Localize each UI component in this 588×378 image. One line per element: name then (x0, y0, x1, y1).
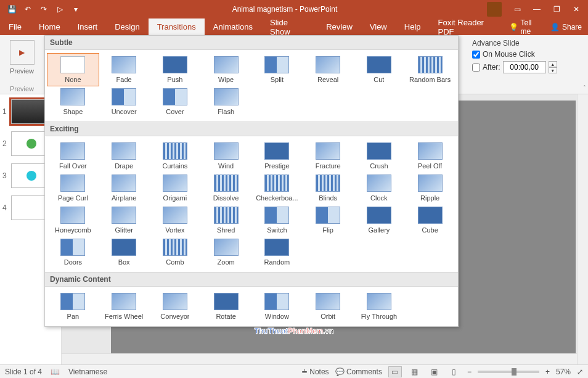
transition-curtains[interactable]: Curtains (150, 140, 201, 172)
transition-origami[interactable]: Origami (150, 172, 201, 204)
qat-customize-button[interactable]: ▾ (69, 2, 83, 16)
fit-to-window-button[interactable]: ⤢ (577, 368, 583, 376)
transition-none[interactable]: None (47, 54, 99, 86)
restore-button[interactable]: ❐ (547, 1, 566, 18)
transition-switch[interactable]: Switch (251, 204, 303, 236)
after-checkbox[interactable] (472, 64, 480, 72)
tab-animations[interactable]: Animations (205, 18, 261, 35)
thumb-number: 1 (2, 107, 9, 116)
on-mouse-click-checkbox[interactable] (472, 51, 480, 59)
transition-conveyor[interactable]: Conveyor (150, 290, 201, 323)
transition-vortex[interactable]: Vortex (150, 204, 201, 236)
transition-random-bars[interactable]: Random Bars (404, 54, 455, 86)
comments-button[interactable]: 💬 Comments (335, 368, 382, 376)
user-avatar[interactable] (487, 2, 502, 17)
zoom-slider[interactable] (478, 371, 539, 373)
time-spin-down[interactable]: ▼ (549, 67, 557, 73)
transition-flash[interactable]: Flash (200, 86, 251, 118)
share-button[interactable]: 👤 Share (550, 23, 582, 31)
transition-fall-over[interactable]: Fall Over (47, 140, 99, 172)
transition-cover[interactable]: Cover (150, 86, 201, 118)
spelling-icon[interactable]: 📖 (51, 368, 60, 376)
transition-wind[interactable]: Wind (200, 140, 251, 172)
transition-drape[interactable]: Drape (99, 140, 150, 172)
language-indicator[interactable]: Vietnamese (68, 368, 107, 376)
transition-prestige[interactable]: Prestige (251, 140, 303, 172)
transition-airplane[interactable]: Airplane (99, 172, 150, 204)
time-spin-up[interactable]: ▲ (549, 61, 557, 67)
after-time-input[interactable] (503, 61, 546, 73)
transition-cut[interactable]: Cut (354, 54, 405, 86)
minimize-button[interactable]: — (528, 1, 546, 18)
zoom-in-button[interactable]: + (545, 368, 550, 376)
tab-transitions[interactable]: Transitions (149, 18, 205, 35)
transition-random[interactable]: Random (251, 236, 303, 268)
tab-file[interactable]: File (0, 18, 30, 35)
reading-view-button[interactable]: ▣ (428, 366, 441, 377)
normal-view-button[interactable]: ▭ (388, 366, 402, 377)
tab-help[interactable]: Help (396, 18, 430, 35)
transition-wipe[interactable]: Wipe (200, 54, 251, 86)
start-from-beginning-button[interactable]: ▷ (53, 2, 67, 16)
zoom-level[interactable]: 57% (556, 368, 571, 376)
transition-cube[interactable]: Cube (404, 204, 455, 236)
tell-me-search[interactable]: 💡 Tell me (509, 18, 542, 36)
transition-fade[interactable]: Fade (99, 54, 150, 86)
transition-push[interactable]: Push (150, 54, 201, 86)
transition-icon (367, 175, 391, 192)
slide-counter[interactable]: Slide 1 of 4 (5, 368, 42, 376)
tab-slideshow[interactable]: Slide Show (261, 18, 317, 35)
transition-dissolve[interactable]: Dissolve (200, 172, 251, 204)
tab-view[interactable]: View (361, 18, 396, 35)
preview-button[interactable]: ▶ (10, 40, 35, 65)
transition-orbit[interactable]: Orbit (303, 290, 354, 323)
tab-insert[interactable]: Insert (69, 18, 107, 35)
transition-doors[interactable]: Doors (47, 236, 99, 268)
transition-window[interactable]: Window (251, 290, 303, 323)
transition-crush[interactable]: Crush (354, 140, 405, 172)
transition-label: Fall Over (59, 162, 87, 170)
transition-ferris-wheel[interactable]: Ferris Wheel (99, 290, 150, 323)
transition-gallery[interactable]: Gallery (354, 204, 405, 236)
transition-uncover[interactable]: Uncover (99, 86, 150, 118)
collapse-ribbon-button[interactable]: ˆ (584, 85, 586, 92)
transition-icon (60, 88, 85, 105)
transition-glitter[interactable]: Glitter (99, 204, 150, 236)
redo-button[interactable]: ↷ (37, 2, 51, 16)
transition-honeycomb[interactable]: Honeycomb (47, 204, 99, 236)
undo-button[interactable]: ↶ (21, 2, 35, 16)
zoom-slider-thumb[interactable] (512, 368, 517, 376)
transition-clock[interactable]: Clock (354, 172, 405, 204)
transition-box[interactable]: Box (99, 236, 150, 268)
transition-peel-off[interactable]: Peel Off (404, 140, 455, 172)
zoom-out-button[interactable]: − (467, 368, 472, 376)
ribbon-display-options-button[interactable]: ▭ (508, 1, 526, 18)
tab-foxit[interactable]: Foxit Reader PDF (430, 18, 509, 35)
transition-ripple[interactable]: Ripple (404, 172, 455, 204)
vertical-scrollbar[interactable] (577, 94, 588, 364)
transition-pan[interactable]: Pan (47, 290, 99, 323)
close-button[interactable]: ✕ (567, 1, 586, 18)
save-button[interactable]: 💾 (5, 2, 18, 16)
tab-review[interactable]: Review (317, 18, 361, 35)
transition-shape[interactable]: Shape (47, 86, 99, 118)
transition-flip[interactable]: Flip (303, 204, 354, 236)
tab-home[interactable]: Home (30, 18, 69, 35)
transition-page-curl[interactable]: Page Curl (47, 172, 99, 204)
slideshow-view-button[interactable]: ▯ (447, 366, 461, 377)
transition-blinds[interactable]: Blinds (303, 172, 354, 204)
horizontal-scrollbar[interactable] (62, 353, 577, 364)
transition-split[interactable]: Split (251, 54, 303, 86)
transition-fly-through[interactable]: Fly Through (354, 290, 405, 323)
transition-rotate[interactable]: Rotate (200, 290, 251, 323)
transition-checkerboa-[interactable]: Checkerboa... (251, 172, 303, 204)
slide-sorter-view-button[interactable]: ▦ (408, 366, 422, 377)
notes-button[interactable]: ≐ Notes (301, 368, 329, 376)
watermark-part-1: ThuThuat (255, 327, 288, 335)
transition-zoom[interactable]: Zoom (200, 236, 251, 268)
transition-shred[interactable]: Shred (200, 204, 251, 236)
transition-fracture[interactable]: Fracture (303, 140, 354, 172)
transition-reveal[interactable]: Reveal (303, 54, 354, 86)
tab-design[interactable]: Design (106, 18, 148, 35)
transition-comb[interactable]: Comb (150, 236, 201, 268)
